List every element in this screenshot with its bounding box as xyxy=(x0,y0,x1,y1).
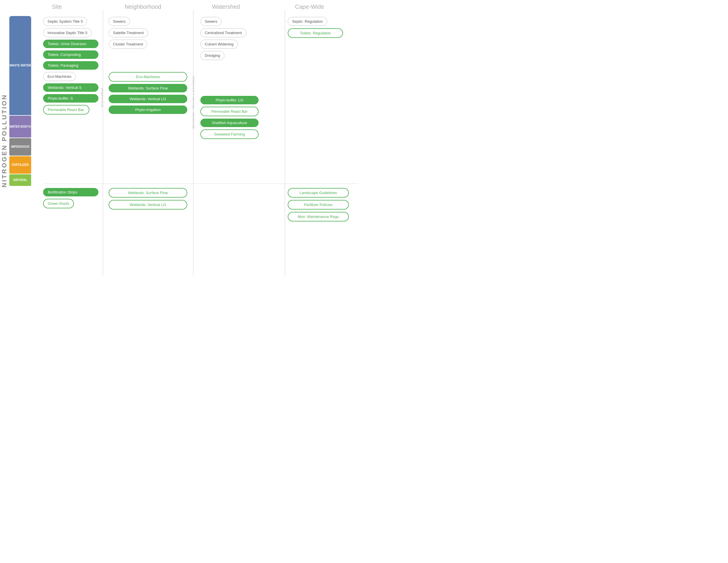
list-item: Eco-Machines xyxy=(43,72,101,81)
divider-3 xyxy=(285,10,285,276)
capewide-column: Septic: Regulation Toilets: Regulation xyxy=(288,17,352,40)
pill-wetlands-surface-flow-neighborhood[interactable]: Wetlands: Surface Flow xyxy=(109,84,187,92)
secondary-tertiary-label: SECONDARY, TERTIARY & DISCHARGE xyxy=(192,76,195,128)
pill-fertilizer-policies[interactable]: Fertilizer Policies xyxy=(288,200,349,209)
nitrogen-label: NITROGEN POLLUTION xyxy=(0,0,9,282)
list-item: Eco-Machines xyxy=(109,72,190,82)
site-column: Septic System Title 5 Innovative Septic … xyxy=(43,17,101,117)
pill-wetlands-vertical-lg-bottom[interactable]: Wetlands: Vertical LG xyxy=(109,200,187,209)
list-item: Toilets: Urine Diversion xyxy=(43,40,101,48)
list-item: Shellfish Aquaculture xyxy=(200,119,279,127)
waste-label: WASTE WATER xyxy=(10,64,31,67)
list-item: Cluster Treatment xyxy=(109,40,190,49)
pill-dredging[interactable]: Dredging xyxy=(200,51,225,60)
pill-green-roofs[interactable]: Green Roofs xyxy=(43,199,74,208)
pill-packaging[interactable]: Toilets: Packaging xyxy=(43,61,98,70)
discharge-label: DISCHARGE xyxy=(101,87,104,107)
block-fertilizer: FERTILIZER xyxy=(9,156,31,174)
pill-eco-machines-site[interactable]: Eco-Machines xyxy=(43,72,76,81)
divider-2 xyxy=(193,10,193,276)
list-item: Permeable React Bar. xyxy=(43,105,101,114)
pill-wetlands-vertical-lg-neighborhood[interactable]: Wetlands: Vertical LG xyxy=(109,95,187,103)
pill-landscape-guidelines[interactable]: Landscape Guidelines xyxy=(288,188,349,197)
list-item: Centralized Treatment xyxy=(200,28,279,37)
block-waste: WASTE WATER xyxy=(9,16,31,115)
pill-toilets-regulation[interactable]: Toilets: Regulation xyxy=(288,28,343,38)
list-item: Permeable React Bar xyxy=(200,107,279,116)
col-header-neighborhood: Neighborhood xyxy=(125,3,161,10)
pill-eco-machines-neighborhood[interactable]: Eco-Machines xyxy=(109,72,187,82)
pill-septic-regulation[interactable]: Septic: Regulation xyxy=(288,17,327,26)
watershed-column: Sewers Centralized Treatment Culvert Wid… xyxy=(200,17,279,141)
main-container: NITROGEN POLLUTION WASTE WATER WATER BOD… xyxy=(0,0,364,282)
list-item: Sewers xyxy=(200,17,279,26)
capewide-bottom-column: Landscape Guidelines Fertilizer Policies… xyxy=(288,188,352,224)
neighborhood-bottom-column: Wetlands: Surface Flow Wetlands: Vertica… xyxy=(109,188,190,212)
divider-1 xyxy=(103,10,103,276)
pill-culvert-widening[interactable]: Culvert Widening xyxy=(200,40,238,49)
list-item: Wetlands: Vertical LG xyxy=(109,95,190,103)
water-label: WATER BODYS xyxy=(10,125,31,128)
pill-phyto-buffer-s[interactable]: Phyto-buffer: S xyxy=(43,94,98,103)
pill-urine-diversion[interactable]: Toilets: Urine Diversion xyxy=(43,40,98,48)
list-item: Sewers xyxy=(109,17,190,26)
nitrogen-text: NITROGEN POLLUTION xyxy=(1,94,8,187)
col-header-capewide: Cape-Wide xyxy=(295,3,324,10)
list-item: Seaweed Farming xyxy=(200,129,279,139)
pill-septic-title5[interactable]: Septic System Title 5 xyxy=(43,17,87,26)
pill-phyto-irrigation[interactable]: Phyto-irrigation xyxy=(109,105,187,114)
col-header-site: Site xyxy=(52,3,62,10)
list-item: Septic: Regulation xyxy=(288,17,352,26)
list-item: Phyto-buffer: S xyxy=(43,94,101,103)
sidebar-blocks: WASTE WATER WATER BODYS IMPERVIOUS FERTI… xyxy=(9,16,31,186)
list-item: Green Roofs xyxy=(43,199,101,208)
pill-mun-maintenance-regs[interactable]: Mun. Maintenance Regs xyxy=(288,212,349,221)
pill-centralized-treatment[interactable]: Centralized Treatment xyxy=(200,28,246,37)
list-item: Phyto-buffer: LG xyxy=(200,96,279,104)
list-item: Satelite Treatment xyxy=(109,28,190,37)
pill-permeable-react-bar-site[interactable]: Permeable React Bar. xyxy=(43,105,89,114)
pill-sewers-watershed[interactable]: Sewers xyxy=(200,17,222,26)
pill-cluster-treatment[interactable]: Cluster Treatment xyxy=(109,40,147,49)
pill-innovative-septic[interactable]: Innovative Septic Title 5 xyxy=(43,28,92,37)
list-item: Dredging xyxy=(200,51,279,60)
col-header-watershed: Watershed xyxy=(212,3,240,10)
list-item: Biofiltration Strips xyxy=(43,188,101,196)
horizontal-divider xyxy=(43,183,358,184)
pill-seaweed-farming[interactable]: Seaweed Farming xyxy=(200,129,259,139)
list-item: Phyto-irrigation xyxy=(109,105,190,114)
content-area: Site Neighborhood Watershed Cape-Wide Se… xyxy=(34,0,364,282)
impervious-label: IMPERVIOUS xyxy=(11,145,29,149)
list-item: Landscape Guidelines xyxy=(288,188,352,197)
pill-wetlands-surface-flow-bottom[interactable]: Wetlands: Surface Flow xyxy=(109,188,187,197)
pill-phyto-buffer-lg[interactable]: Phyto-buffer: LG xyxy=(200,96,259,104)
pill-permeable-react-bar-watershed[interactable]: Permeable React Bar xyxy=(200,107,259,116)
pill-wetlands-vertical-s[interactable]: Wetlands: Vertical S xyxy=(43,83,98,92)
list-item: Toilets: Composting xyxy=(43,50,101,59)
list-item: Wetlands: Vertical LG xyxy=(109,200,190,209)
list-item: Wetlands: Vertical S xyxy=(43,83,101,92)
list-item: Mun. Maintenance Regs xyxy=(288,212,352,221)
natural-label: NATURAL xyxy=(13,178,27,182)
pill-satelite-treatment[interactable]: Satelite Treatment xyxy=(109,28,148,37)
list-item: Wetlands: Surface Flow xyxy=(109,84,190,92)
list-item: Culvert Widening xyxy=(200,40,279,49)
spacer xyxy=(200,62,279,96)
pill-sewers-neighborhood[interactable]: Sewers xyxy=(109,17,130,26)
block-impervious: IMPERVIOUS xyxy=(9,138,31,156)
list-item: Toilets: Packaging xyxy=(43,61,101,70)
pill-shellfish-aquaculture[interactable]: Shellfish Aquaculture xyxy=(200,119,259,127)
list-item: Innovative Septic Title 5 xyxy=(43,28,101,37)
list-item: Toilets: Regulation xyxy=(288,28,352,38)
list-item: Septic System Title 5 xyxy=(43,17,101,26)
pill-biofiltration-strips[interactable]: Biofiltration Strips xyxy=(43,188,98,196)
pill-composting[interactable]: Toilets: Composting xyxy=(43,50,98,59)
list-item: Wetlands: Surface Flow xyxy=(109,188,190,197)
block-water: WATER BODYS xyxy=(9,116,31,137)
fertilizer-label: FERTILIZER xyxy=(12,163,29,167)
block-natural: NATURAL xyxy=(9,174,31,186)
neighborhood-column: Sewers Satelite Treatment Cluster Treatm… xyxy=(109,17,190,116)
site-bottom-column: Biofiltration Strips Green Roofs xyxy=(43,188,101,211)
list-item: Fertilizer Policies xyxy=(288,200,352,209)
